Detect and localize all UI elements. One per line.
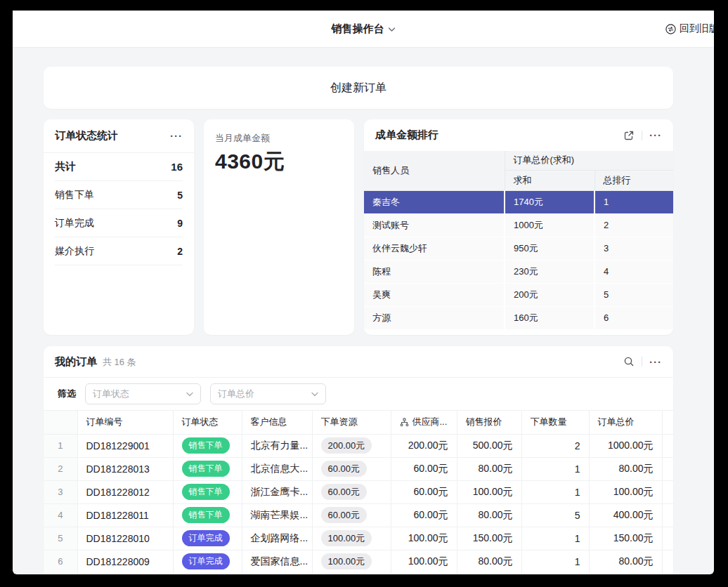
open-external-icon[interactable]	[623, 130, 635, 141]
order-qty: 1	[521, 527, 589, 550]
order-status-badge: 订单完成	[182, 530, 230, 546]
col-supplier[interactable]: 供应商...	[391, 411, 457, 434]
icon-divider	[642, 357, 642, 367]
order-row-number: 4	[44, 503, 77, 527]
ranking-col-sum[interactable]: 求和	[505, 170, 594, 190]
ranking-sum: 1740元	[505, 190, 594, 213]
ranking-rank: 2	[594, 213, 673, 237]
order-status-cell: 销售下单	[173, 503, 242, 527]
status-row[interactable]: 订单完成9	[55, 209, 183, 237]
col-order-no[interactable]: 订单编号	[77, 411, 173, 434]
order-qty: 5	[521, 503, 589, 527]
order-customer: 浙江金鹰卡...	[242, 480, 312, 503]
order-row[interactable]: 2DD181228013销售下单北京信息大...60.00元60.00元80.0…	[44, 457, 673, 480]
amount-ranking-card: 成单金额排行 ···	[364, 119, 673, 335]
col-total[interactable]: 订单总价	[589, 411, 662, 434]
orders-card-title: 我的订单	[55, 355, 97, 369]
ranking-sum: 160元	[505, 306, 594, 329]
order-sales-quote: 150.00元	[457, 527, 521, 550]
ranking-col-person[interactable]: 销售人员	[364, 151, 505, 190]
col-qty[interactable]: 下单数量	[521, 411, 589, 434]
status-row-label: 订单完成	[55, 217, 94, 230]
ranking-person: 测试账号	[364, 213, 505, 237]
order-customer: 湖南芒果娱...	[242, 503, 312, 527]
app-title-dropdown[interactable]: 销售操作台	[332, 22, 396, 36]
app-title: 销售操作台	[332, 22, 384, 36]
order-total-filter-select[interactable]: 订单总价	[210, 383, 326, 404]
ranking-rank: 4	[594, 260, 673, 283]
search-icon[interactable]	[623, 356, 635, 367]
order-resource-pill: 200.00元	[321, 437, 372, 454]
order-total: 1000.00元	[589, 434, 662, 457]
order-status-badge: 销售下单	[182, 461, 230, 476]
order-row[interactable]: 1DD181229001销售下单北京有力量...200.00元200.00元50…	[44, 434, 673, 457]
ranking-person: 吴爽	[364, 283, 505, 306]
order-status-cell: 销售下单	[173, 457, 242, 480]
col-customer[interactable]: 客户信息	[242, 411, 312, 434]
back-link-label: 回到旧版	[680, 22, 714, 35]
order-qty: 1	[521, 457, 589, 480]
amount-value: 4360元	[215, 147, 343, 176]
ranking-sum: 1000元	[505, 213, 594, 237]
order-supplier-quote: 100.00元	[391, 527, 457, 550]
status-row[interactable]: 销售下单5	[55, 181, 183, 209]
more-icon[interactable]: ···	[170, 131, 183, 141]
order-row[interactable]: 4DD181228011销售下单湖南芒果娱...60.00元60.00元80.0…	[44, 503, 673, 527]
order-trailing-cell	[662, 527, 673, 550]
more-icon[interactable]: ···	[649, 357, 662, 367]
order-row-number: 5	[44, 527, 77, 550]
status-row-label: 销售下单	[55, 189, 94, 202]
col-resource[interactable]: 下单资源	[312, 411, 391, 434]
ranking-row[interactable]: 测试账号1000元2	[364, 213, 673, 237]
ranking-person: 方源	[364, 306, 505, 329]
order-resource-pill: 100.00元	[321, 530, 372, 547]
status-row[interactable]: 媒介执行2	[55, 237, 183, 265]
col-trailing	[662, 411, 673, 434]
col-quote[interactable]: 销售报价	[457, 411, 521, 434]
order-sales-quote: 80.00元	[457, 550, 521, 573]
orders-table: 订单编号 订单状态 客户信息 下单资源	[44, 411, 673, 574]
order-row[interactable]: 3DD181228012销售下单浙江金鹰卡...60.00元60.00元100.…	[44, 480, 673, 503]
ranking-row[interactable]: 方源160元6	[364, 306, 673, 329]
col-order-status[interactable]: 订单状态	[173, 411, 242, 434]
order-row[interactable]: 5DD181228010订单完成企划路网络...100.00元100.00元15…	[44, 527, 673, 550]
order-no: DD181228011	[77, 503, 173, 527]
order-supplier-quote: 60.00元	[391, 503, 457, 527]
monthly-amount-card: 当月成单金额 4360元	[204, 119, 354, 335]
order-status-cell: 销售下单	[173, 434, 242, 457]
status-row[interactable]: 共计16	[55, 153, 183, 181]
order-status-cell: 订单完成	[173, 527, 242, 550]
order-status-filter-placeholder: 订单状态	[93, 388, 129, 400]
order-status-cell: 销售下单	[173, 480, 242, 503]
order-customer: 爱国家信息...	[242, 550, 312, 573]
order-no: DD181229001	[77, 434, 173, 457]
back-to-old-version-link[interactable]: 回到旧版	[665, 22, 714, 35]
ranking-row[interactable]: 吴爽200元5	[364, 283, 673, 306]
create-order-button[interactable]: 创建新订单	[44, 67, 673, 109]
ranking-col-group[interactable]: 订单总价(求和)	[505, 151, 673, 170]
order-row-number: 2	[44, 457, 77, 480]
order-qty: 1	[521, 480, 589, 503]
order-status-filter-select[interactable]: 订单状态	[85, 383, 201, 404]
order-sales-quote: 80.00元	[457, 503, 521, 527]
more-icon[interactable]: ···	[649, 130, 662, 140]
filter-label: 筛选	[58, 388, 76, 400]
order-total: 150.00元	[589, 527, 662, 550]
order-supplier-quote: 100.00元	[391, 550, 457, 573]
ranking-rank: 5	[594, 283, 673, 306]
ranking-person: 伙伴云魏少轩	[364, 237, 505, 260]
app-window: 销售操作台 回到旧版 创建新订单 订单状态统计 ·	[13, 11, 714, 574]
ranking-rank: 1	[594, 190, 673, 213]
ranking-row[interactable]: 秦吉冬1740元1	[364, 190, 673, 213]
status-rows: 共计16销售下单5订单完成9媒介执行2	[44, 153, 194, 265]
order-row-number: 1	[44, 434, 77, 457]
ranking-row[interactable]: 伙伴云魏少轩950元3	[364, 237, 673, 260]
order-supplier-quote: 200.00元	[391, 434, 457, 457]
ranking-col-rank[interactable]: 总排行	[594, 170, 673, 190]
status-row-label: 共计	[55, 160, 76, 173]
order-row-number: 6	[44, 550, 77, 573]
ranking-row[interactable]: 陈程230元4	[364, 260, 673, 283]
order-resource-pill: 100.00元	[321, 553, 372, 570]
ranking-person: 秦吉冬	[364, 190, 505, 213]
order-row[interactable]: 6DD181228009订单完成爱国家信息...100.00元100.00元80…	[44, 550, 673, 573]
